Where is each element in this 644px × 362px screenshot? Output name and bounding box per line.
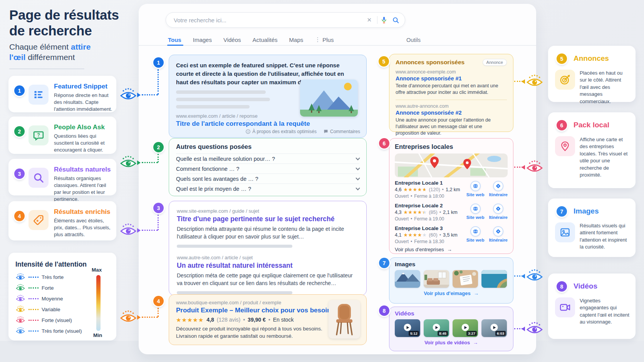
search-input[interactable] <box>174 17 364 23</box>
tab-plus[interactable]: ⋮Plus <box>315 36 334 43</box>
number-badge-8: 8 <box>557 281 567 292</box>
connector-line <box>158 69 159 95</box>
marker-badge-8: 8 <box>379 305 389 316</box>
marker-badge-6: 6 <box>379 138 389 148</box>
connector-line <box>142 162 158 163</box>
callout-title: Annonces <box>574 54 609 63</box>
result-description: Découvrez ce produit incroyable qui répo… <box>176 325 330 340</box>
search-tabs: Tous Images Vidéos Actualités Maps ⋮Plus <box>168 36 334 43</box>
more-businesses-link[interactable]: Voir plus d'entreprises→ <box>395 247 452 252</box>
marker-badge-1: 1 <box>153 57 164 68</box>
image-thumb-mountain-lake[interactable] <box>395 270 420 288</box>
placeholder-bar <box>177 291 292 294</box>
result-title-link[interactable]: Titre de l'article correspondant à la re… <box>176 120 359 128</box>
more-videos-link[interactable]: Voir plus de vidéos→ <box>395 340 508 345</box>
explainer-title: Résultats enrichis <box>54 208 110 216</box>
eye-icon <box>15 327 25 335</box>
active-tab-underline <box>167 45 183 46</box>
explainer-desc: Éléments avec étoiles, prix, dates... Pl… <box>54 217 112 238</box>
tab-maps[interactable]: Maps <box>289 36 304 43</box>
video-thumb[interactable]: 5:12 <box>395 319 420 337</box>
eye-icon-ads <box>525 74 544 89</box>
website-button[interactable]: Site web <box>466 204 485 220</box>
about-snippets-link[interactable]: À propos des extraits optimisés <box>246 129 317 134</box>
directions-button[interactable]: Itinéraire <box>489 226 508 242</box>
page-title: Page de résultats de recherche <box>9 7 136 39</box>
number-badge-3: 3 <box>14 168 25 179</box>
video-camera-icon <box>555 297 575 317</box>
paa-heading: Autres questions posées <box>176 143 359 154</box>
explainer-title: People Also Ask <box>54 123 105 131</box>
eye-icon <box>15 295 25 303</box>
website-button[interactable]: Site web <box>466 181 485 197</box>
explainer-title: Featured Snippet <box>54 83 107 90</box>
website-button[interactable]: Site web <box>466 226 485 242</box>
gaze-arrow-icon <box>137 93 141 97</box>
ads-heading: Annonces sponsorisées <box>396 59 465 66</box>
tab-videos[interactable]: Vidéos <box>223 36 241 43</box>
tab-tous[interactable]: Tous <box>168 36 181 43</box>
marker-badge-3: 3 <box>153 203 164 213</box>
legend-item: Variable <box>15 305 60 314</box>
legend-item: Forte (visuel) <box>15 316 72 324</box>
result-description: Description méta attrayante qui résume l… <box>177 225 354 241</box>
product-image-chair <box>329 300 360 339</box>
number-badge-6: 6 <box>557 120 567 130</box>
callout-desc: Placées en haut ou sur le côté. Attirent… <box>580 70 630 105</box>
title-divider <box>9 68 84 69</box>
close-icon[interactable]: ✕ <box>364 17 374 23</box>
chevron-down-icon <box>356 156 360 160</box>
ad-title-link[interactable]: Annonce sponsorisée #1 <box>396 75 507 82</box>
image-thumb-desk-sketch[interactable] <box>453 270 478 288</box>
search-icon[interactable] <box>392 17 399 24</box>
info-icon <box>246 129 250 134</box>
paa-question[interactable]: Quelle est la meilleure solution pour… ? <box>176 154 359 164</box>
callout-card-local-pack: 6 Pack local Affiche une carte et des en… <box>548 112 636 188</box>
organic-results-card: www.site-exemple.com / guide / sujet Tit… <box>169 201 367 295</box>
tab-images[interactable]: Images <box>193 36 212 43</box>
more-images-link[interactable]: Voir plus d'eimages→ <box>395 290 508 296</box>
result-title-link[interactable]: Titre d'une page pertinente sur le sujet… <box>177 215 359 223</box>
chevron-down-icon <box>356 176 360 180</box>
callout-title: Vidéos <box>574 282 597 290</box>
result-title-link[interactable]: Un autre résultat naturel intéressant <box>177 262 359 270</box>
placeholder-bar <box>176 98 270 101</box>
image-thumb-living-room[interactable] <box>424 270 449 288</box>
more-dots-icon: ⋮ <box>315 36 320 43</box>
list-icon <box>29 85 49 105</box>
image-thumb-coastline[interactable] <box>481 270 507 288</box>
explainer-desc: Réponse directe en haut des résultats. C… <box>54 92 112 113</box>
page-title-line2: de recherche <box>9 23 92 38</box>
gaze-arrow-icon <box>522 327 525 331</box>
star-rating: ★★★★★★★★★★ <box>403 233 427 238</box>
directions-button[interactable]: Itinéraire <box>489 204 508 220</box>
ad-description: Texte d'annonce percutant qui met en ava… <box>396 83 507 96</box>
paa-question[interactable]: Quel est le prix moyen de … ? <box>176 184 359 194</box>
ad-title-link[interactable]: Annonce sponsorisée #2 <box>396 110 507 116</box>
tools-button[interactable]: Outils <box>406 37 421 43</box>
number-badge-5: 5 <box>557 53 567 64</box>
directions-button[interactable]: Itinéraire <box>489 181 508 197</box>
tab-actualites[interactable]: Actualités <box>253 36 278 43</box>
local-map[interactable] <box>395 153 508 177</box>
dotted-line <box>29 277 39 278</box>
images-heading: Images <box>395 261 508 268</box>
microphone-icon[interactable] <box>381 16 387 24</box>
dotted-line <box>29 330 39 332</box>
paa-question[interactable]: Comment fonctionne … ? <box>176 164 359 174</box>
video-thumb[interactable]: 3:27 <box>453 319 478 337</box>
connector-line <box>158 215 159 230</box>
images-strip-card: Images Voir plus d'eimages→ <box>389 257 513 304</box>
eye-icon-variable <box>119 310 138 325</box>
placeholder-bar <box>176 105 250 108</box>
explainer-desc: Questions liées qui suscitent la curiosi… <box>54 133 112 153</box>
videos-strip-card: Vidéos 5:12 8:45 3:27 6:03 Voir plus de … <box>389 307 513 351</box>
play-icon <box>491 324 498 331</box>
paa-question[interactable]: Quels sont les avantages de … ? <box>176 174 359 184</box>
eye-icon <box>15 316 25 324</box>
comments-link[interactable]: Commentaires <box>324 129 360 134</box>
eye-icon <box>15 273 25 281</box>
video-thumb[interactable]: 8:45 <box>424 319 449 337</box>
ad-description: Une autre annonce pour capter l'attentio… <box>396 117 507 137</box>
video-thumb[interactable]: 6:03 <box>481 319 507 337</box>
